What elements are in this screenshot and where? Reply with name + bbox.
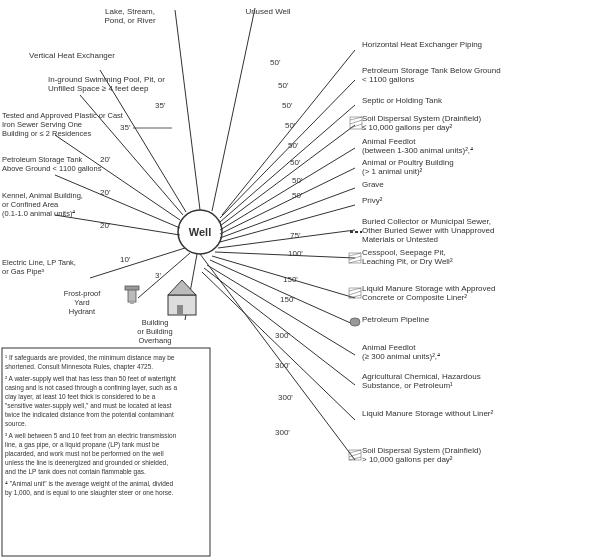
svg-text:Kennel, Animal Building,: Kennel, Animal Building, [2, 191, 83, 200]
svg-text:Overhang: Overhang [139, 336, 172, 345]
svg-text:Electric Line, LP Tank,: Electric Line, LP Tank, [2, 258, 76, 267]
svg-text:Soil Dispersal System (Drainfi: Soil Dispersal System (Drainfield) [362, 114, 481, 123]
svg-line-115 [349, 450, 361, 453]
svg-text:or Confined Area: or Confined Area [2, 200, 59, 209]
svg-line-20 [218, 230, 355, 248]
svg-text:> 10,000 gallons per day²: > 10,000 gallons per day² [362, 455, 453, 464]
svg-text:placarded, and work must not b: placarded, and work must not be performe… [5, 450, 164, 458]
svg-text:twice the indicated distance f: twice the indicated distance from the po… [5, 411, 174, 419]
svg-text:Horizontal Heat Exchanger Pipi: Horizontal Heat Exchanger Piping [362, 40, 482, 49]
svg-text:(between 1-300 animal units)²,: (between 1-300 animal units)²,⁴ [362, 146, 473, 155]
svg-text:³ A well between 5 and 10 feet: ³ A well between 5 and 10 feet from an e… [5, 432, 177, 439]
svg-text:Petroleum Storage Tank: Petroleum Storage Tank [2, 155, 83, 164]
svg-line-103 [350, 120, 362, 124]
svg-text:Liquid Manure Storage with App: Liquid Manure Storage with Approved [362, 284, 495, 293]
svg-text:Animal Feedlot: Animal Feedlot [362, 343, 416, 352]
svg-text:(> 1 animal unit)²: (> 1 animal unit)² [362, 167, 423, 176]
svg-text:50': 50' [290, 158, 301, 167]
svg-text:10': 10' [120, 255, 131, 264]
svg-text:300': 300' [275, 331, 290, 340]
svg-text:50': 50' [278, 81, 289, 90]
svg-text:Tested and Approved Plastic or: Tested and Approved Plastic or Cast [2, 111, 124, 120]
svg-text:(0.1-1.0 animal units)⁴: (0.1-1.0 animal units)⁴ [2, 209, 75, 218]
svg-text:shortened. Consult Minnesota R: shortened. Consult Minnesota Rules, chap… [5, 363, 153, 371]
svg-text:¹ If safeguards are provided, : ¹ If safeguards are provided, the minimu… [5, 354, 175, 362]
svg-text:3': 3' [155, 271, 161, 280]
svg-text:100': 100' [288, 249, 303, 258]
svg-line-7 [55, 175, 180, 228]
svg-text:(≥ 300 animal units)²,⁴: (≥ 300 animal units)²,⁴ [362, 352, 440, 361]
svg-text:Building: Building [142, 318, 169, 327]
svg-text:20': 20' [100, 221, 111, 230]
svg-text:Substance, or Petroleum¹: Substance, or Petroleum¹ [362, 381, 453, 390]
svg-line-102 [350, 117, 362, 120]
svg-text:50': 50' [288, 141, 299, 150]
svg-text:Leaching Pit, or Dry Well²: Leaching Pit, or Dry Well² [362, 257, 453, 266]
svg-text:Materials or Untested: Materials or Untested [362, 235, 438, 244]
svg-text:Soil Dispersal System (Drainfi: Soil Dispersal System (Drainfield) [362, 446, 481, 455]
svg-text:² A water-supply well that has: ² A water-supply well that has less than… [5, 375, 176, 383]
svg-text:Lake, Stream,: Lake, Stream, [105, 7, 155, 16]
svg-text:Building or ≤ 2 Residences: Building or ≤ 2 Residences [2, 129, 91, 138]
svg-line-9 [90, 248, 185, 278]
svg-text:Petroleum Storage Tank Below G: Petroleum Storage Tank Below Ground [362, 66, 501, 75]
svg-rect-137 [177, 305, 183, 315]
svg-text:50': 50' [292, 176, 303, 185]
svg-text:50': 50' [282, 101, 293, 110]
svg-text:150': 150' [280, 295, 295, 304]
svg-text:50': 50' [292, 191, 303, 200]
svg-line-18 [220, 188, 355, 238]
svg-line-6 [55, 135, 180, 220]
svg-line-107 [349, 253, 361, 256]
svg-text:20': 20' [100, 188, 111, 197]
svg-text:< 1100 gallons: < 1100 gallons [362, 75, 414, 84]
svg-text:Vertical Heat Exchanger: Vertical Heat Exchanger [29, 51, 115, 60]
svg-text:Privy²: Privy² [362, 196, 383, 205]
svg-line-111 [349, 288, 361, 291]
svg-text:Concrete or Composite Liner²: Concrete or Composite Liner² [362, 293, 467, 302]
svg-text:or Building: or Building [137, 327, 172, 336]
svg-text:Septic or Holding Tank: Septic or Holding Tank [362, 96, 443, 105]
svg-text:Unused Well: Unused Well [245, 7, 290, 16]
svg-text:clay layer, at least 10 feet t: clay layer, at least 10 feet thick is co… [5, 393, 156, 401]
svg-text:≤ 10,000 gallons per day²: ≤ 10,000 gallons per day² [362, 123, 453, 132]
svg-text:300': 300' [275, 361, 290, 370]
svg-text:Grave: Grave [362, 180, 384, 189]
svg-text:and the LP tank does not conta: and the LP tank does not contain flammab… [5, 468, 146, 476]
svg-text:Buried Collector or Municipal : Buried Collector or Municipal Sewer, [362, 217, 491, 226]
svg-line-16 [220, 148, 355, 230]
svg-rect-140 [130, 300, 134, 304]
svg-text:casing and is not cased throug: casing and is not cased through a confin… [5, 384, 177, 392]
diagram-container: Well [0, 0, 602, 558]
svg-text:Yard: Yard [74, 298, 89, 307]
svg-line-3 [212, 8, 255, 211]
svg-line-21 [215, 252, 355, 258]
svg-text:line, a gas pipe, or a liquid : line, a gas pipe, or a liquid propane (L… [5, 441, 160, 449]
svg-rect-139 [125, 286, 139, 290]
svg-text:150': 150' [283, 275, 298, 284]
svg-text:35': 35' [120, 123, 131, 132]
svg-text:Liquid Manure Storage without : Liquid Manure Storage without Liner² [362, 409, 494, 418]
svg-text:unless the line is deenergized: unless the line is deenergized and groun… [5, 459, 168, 467]
svg-text:by 1,000, and is equal to one : by 1,000, and is equal to one slaughter … [5, 489, 174, 497]
well-diagram: Well [0, 0, 602, 558]
svg-text:Cesspool, Seepage Pit,: Cesspool, Seepage Pit, [362, 248, 446, 257]
svg-text:⁴ "Animal unit" is the average: ⁴ "Animal unit" is the average weight of… [5, 480, 173, 488]
svg-line-17 [220, 168, 355, 234]
svg-text:300': 300' [275, 428, 290, 437]
svg-text:Animal or Poultry Building: Animal or Poultry Building [362, 158, 454, 167]
svg-text:300': 300' [278, 393, 293, 402]
svg-text:50': 50' [285, 121, 296, 130]
svg-text:"sensitive water-supply well,": "sensitive water-supply well," and must … [5, 402, 172, 410]
svg-line-12 [222, 50, 355, 215]
svg-rect-118 [350, 318, 360, 326]
svg-text:or Gas Pipe³: or Gas Pipe³ [2, 267, 45, 276]
svg-text:50': 50' [270, 58, 281, 67]
svg-text:source.: source. [5, 420, 27, 427]
svg-text:75': 75' [290, 231, 301, 240]
svg-text:Iron Sewer Serving One: Iron Sewer Serving One [2, 120, 82, 129]
svg-line-109 [349, 260, 361, 263]
svg-text:Well: Well [189, 226, 211, 238]
svg-line-24 [207, 265, 355, 355]
svg-line-8 [55, 215, 180, 235]
